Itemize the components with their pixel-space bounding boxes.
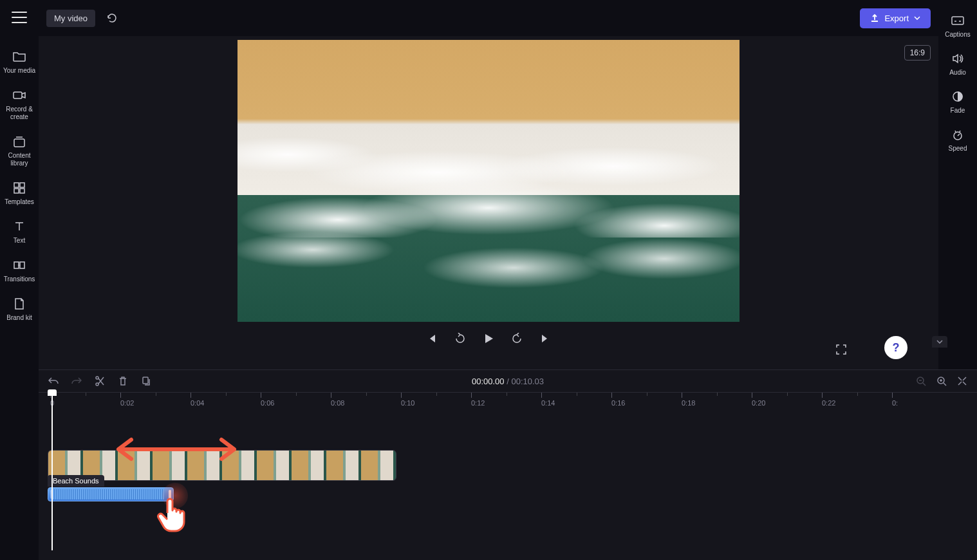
help-button[interactable]: ? — [884, 336, 907, 359]
sidebar-item-label: Your media — [3, 67, 35, 75]
ruler-label: 0:10 — [401, 399, 414, 407]
ruler-mark: 0:12 — [471, 393, 485, 407]
ruler-mark: 0:20 — [752, 393, 765, 407]
svg-rect-0 — [14, 92, 22, 98]
library-icon — [12, 134, 27, 149]
delete-button[interactable] — [117, 375, 129, 387]
duplicate-button[interactable] — [140, 375, 152, 387]
skip-start-button[interactable] — [425, 332, 438, 345]
sidebar-item-transitions[interactable]: Transitions — [0, 251, 39, 290]
sidebar-item-record-create[interactable]: Record & create — [0, 81, 39, 127]
right-item-captions[interactable]: Captions — [938, 6, 977, 44]
skip-end-button[interactable] — [539, 332, 552, 345]
fade-icon — [950, 89, 965, 104]
audio-clip[interactable] — [48, 487, 174, 501]
forward-button[interactable] — [510, 332, 523, 345]
svg-rect-1 — [14, 139, 24, 147]
svg-point-11 — [96, 377, 98, 379]
ruler-mark: 0:22 — [822, 393, 835, 407]
speaker-icon — [950, 51, 965, 66]
sidebar-item-your-media[interactable]: Your media — [0, 42, 39, 81]
right-item-label: Fade — [951, 107, 965, 114]
zoom-out-button[interactable] — [915, 375, 927, 387]
fullscreen-button[interactable] — [835, 344, 848, 357]
camera-icon — [12, 88, 27, 103]
ruler-label: 0:18 — [682, 399, 695, 407]
export-label: Export — [884, 14, 909, 23]
undo-button[interactable] — [48, 375, 59, 387]
folder-icon — [12, 49, 27, 64]
ruler-label: 0:04 — [191, 399, 204, 407]
ruler-mark: 0:04 — [191, 393, 204, 407]
timeline-ruler[interactable]: 00:020:040:060:080:100:120:140:160:180:2… — [39, 392, 977, 410]
captions-icon — [950, 13, 965, 28]
right-item-audio[interactable]: Audio — [938, 44, 977, 82]
rewind-button[interactable] — [454, 332, 467, 345]
timeline-tracks: Beach Sounds — [39, 410, 977, 418]
right-item-speed[interactable]: Speed — [938, 120, 977, 158]
sidebar-item-label: Text — [14, 237, 25, 245]
export-button[interactable]: Export — [860, 8, 931, 28]
split-button[interactable] — [94, 375, 106, 387]
play-button[interactable] — [482, 332, 495, 345]
ruler-label: 0:02 — [120, 399, 134, 407]
zoom-in-button[interactable] — [936, 375, 947, 387]
sidebar-item-label: Brand kit — [6, 314, 32, 322]
right-item-label: Captions — [945, 31, 970, 38]
playhead[interactable] — [48, 389, 57, 398]
preview-area: 16:9 ? — [39, 36, 938, 369]
sidebar-item-label: Transitions — [4, 275, 35, 283]
ruler-label: 0:06 — [261, 399, 274, 407]
menu-button[interactable] — [12, 12, 27, 23]
ruler-mark: 0:10 — [401, 393, 414, 407]
left-sidebar: Your media Record & create Content libra… — [0, 0, 39, 560]
right-item-label: Speed — [949, 145, 967, 152]
refresh-button[interactable] — [103, 9, 121, 27]
audio-trim-handle-right[interactable] — [169, 490, 171, 499]
ruler-label: 0:22 — [822, 399, 835, 407]
top-bar: My video Export — [39, 0, 938, 36]
ruler-label: 0:20 — [752, 399, 765, 407]
fit-zoom-button[interactable] — [956, 375, 968, 387]
svg-rect-4 — [14, 189, 19, 193]
brand-kit-icon — [12, 296, 27, 312]
svg-rect-2 — [14, 183, 19, 187]
right-item-fade[interactable]: Fade — [938, 82, 977, 120]
ruler-mark: 0:06 — [261, 393, 274, 407]
collapse-properties-button[interactable] — [932, 336, 947, 348]
ruler-mark: 0: — [892, 393, 898, 407]
svg-rect-13 — [143, 377, 148, 384]
sidebar-item-label: Record & create — [1, 106, 37, 121]
ruler-mark: 0:16 — [611, 393, 625, 407]
timeline-toolbar: 00:00.00 / 00:10.03 — [39, 370, 977, 392]
chevron-down-icon — [914, 16, 920, 20]
sidebar-item-brand-kit[interactable]: Brand kit — [0, 290, 39, 328]
current-time: 00:00.00 — [472, 377, 505, 386]
svg-rect-6 — [14, 262, 19, 268]
sidebar-item-text[interactable]: Text — [0, 212, 39, 251]
svg-rect-7 — [20, 262, 24, 268]
transitions-icon — [12, 257, 27, 273]
sidebar-item-content-library[interactable]: Content library — [0, 127, 39, 174]
ruler-label: 0:12 — [471, 399, 485, 407]
ruler-label: 0:14 — [541, 399, 555, 407]
svg-point-12 — [96, 383, 98, 386]
svg-rect-5 — [20, 189, 24, 193]
redo-button[interactable] — [71, 375, 82, 387]
video-content — [237, 119, 740, 238]
playback-controls — [425, 332, 552, 345]
upload-icon — [870, 14, 879, 23]
svg-rect-8 — [952, 17, 963, 24]
audio-waveform — [52, 489, 164, 499]
speed-icon — [950, 127, 965, 142]
aspect-ratio-button[interactable]: 16:9 — [904, 45, 931, 61]
sidebar-item-label: Templates — [5, 198, 34, 206]
video-canvas[interactable] — [237, 40, 740, 322]
ruler-mark: 0:18 — [682, 393, 695, 407]
audio-clip-label: Beach Sounds — [48, 475, 104, 487]
right-item-label: Audio — [949, 69, 966, 76]
timecode-display: 00:00.00 / 00:10.03 — [472, 377, 544, 386]
project-title[interactable]: My video — [46, 10, 95, 27]
ruler-label: 0:08 — [331, 399, 344, 407]
sidebar-item-templates[interactable]: Templates — [0, 174, 39, 212]
